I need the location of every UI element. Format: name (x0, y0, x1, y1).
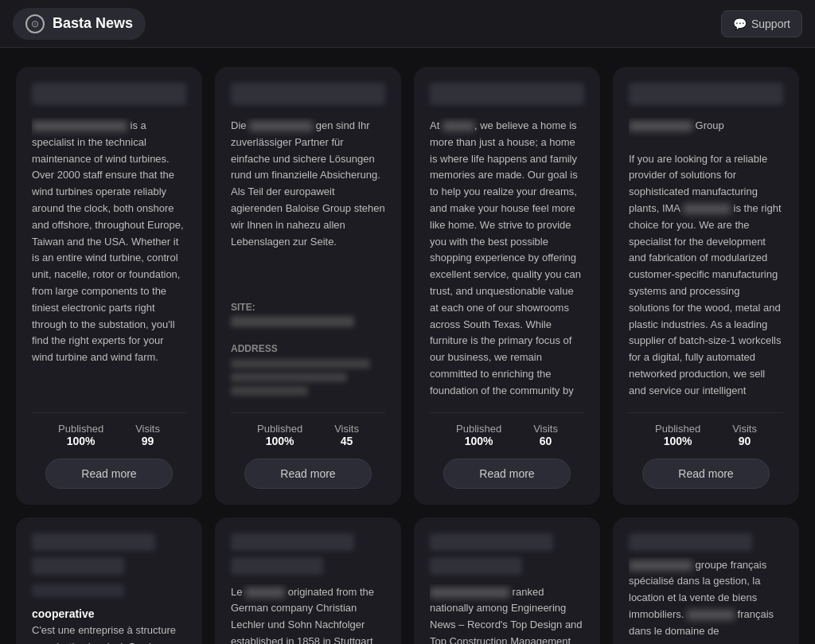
support-label: Support (751, 18, 790, 30)
card-2-address-label: ADDRESS (231, 343, 385, 354)
card-6-title-blur-2 (231, 557, 323, 575)
card-3-body: At , we believe a home is more than just… (430, 118, 584, 400)
card-1-published: Published 100% (58, 423, 103, 447)
card-8-body: groupe français spécialisé dans la gesti… (629, 557, 783, 644)
app-header: ⊙ Basta News 💬 Support (0, 0, 815, 48)
card-4-read-more[interactable]: Read more (642, 459, 770, 489)
card-3-stats: Published 100% Visits 60 (430, 412, 584, 447)
card-4-title-blur (629, 83, 783, 105)
card-2-address: ADDRESS (231, 343, 385, 400)
card-2-site-label: SITE: (231, 302, 385, 313)
card-4-visits: Visits 90 (732, 423, 757, 447)
app-title: Basta News (53, 15, 133, 32)
card-2-address-line3 (231, 386, 308, 396)
card-6: Le originated from the German company Ch… (215, 517, 401, 644)
card-4-stats: Published 100% Visits 90 (629, 412, 783, 447)
card-2-address-line1 (231, 359, 370, 369)
card-3-visits: Visits 60 (533, 423, 558, 447)
card-3-title-blur (430, 83, 584, 105)
card-2-title-blur (231, 83, 385, 105)
card-1-visits: Visits 99 (135, 423, 160, 447)
main-content: is a specialist in the technical mainten… (0, 48, 815, 644)
card-7: ranked nationally among Engineering News… (414, 517, 600, 644)
card-3-read-more[interactable]: Read more (443, 459, 571, 489)
card-1-title-blur (32, 83, 186, 105)
top-cards-grid: is a specialist in the technical mainten… (16, 67, 799, 505)
card-5-subtitle-blur (32, 584, 124, 597)
card-2-site: SITE: (231, 302, 385, 335)
card-1-body: is a specialist in the technical mainten… (32, 118, 186, 400)
card-3-published: Published 100% (456, 423, 501, 447)
card-7-body: ranked nationally among Engineering News… (430, 584, 584, 644)
logo-area: ⊙ Basta News (13, 8, 146, 40)
card-4-published: Published 100% (655, 423, 700, 447)
card-5-title-blur-1 (32, 533, 155, 551)
card-1: is a specialist in the technical mainten… (16, 67, 202, 505)
card-1-stats: Published 100% Visits 99 (32, 412, 186, 447)
card-7-title-blur-1 (430, 533, 553, 551)
card-2-stats: Published 100% Visits 45 (231, 412, 385, 447)
card-2-site-value (231, 316, 354, 327)
card-5: cooperative C'est une entreprise à struc… (16, 517, 202, 644)
card-5-body: cooperative C'est une entreprise à struc… (32, 605, 186, 644)
support-icon: 💬 (733, 18, 747, 30)
card-2-published: Published 100% (257, 423, 302, 447)
card-7-title-blur-2 (430, 557, 522, 575)
logo-icon: ⊙ (25, 14, 45, 33)
card-3: At , we believe a home is more than just… (414, 67, 600, 505)
card-2: Die gen sind Ihr zuverlässiger Partner f… (215, 67, 401, 505)
card-4: Group If you are looking for a reliable … (613, 67, 799, 505)
card-2-address-line2 (231, 373, 347, 382)
card-8: groupe français spécialisé dans la gesti… (613, 517, 799, 644)
card-2-read-more[interactable]: Read more (244, 459, 372, 489)
card-4-body: Group If you are looking for a reliable … (629, 118, 783, 400)
card-6-body: Le originated from the German company Ch… (231, 584, 385, 644)
card-5-cooperative: cooperative (32, 607, 95, 620)
card-8-title-blur-1 (629, 533, 752, 551)
support-button[interactable]: 💬 Support (721, 10, 802, 37)
card-6-title-blur-1 (231, 533, 354, 551)
card-1-read-more[interactable]: Read more (45, 459, 173, 489)
card-5-title-blur-2 (32, 557, 124, 575)
bottom-cards-grid: cooperative C'est une entreprise à struc… (16, 517, 799, 644)
card-2-visits: Visits 45 (334, 423, 359, 447)
card-2-body: Die gen sind Ihr zuverlässiger Partner f… (231, 118, 385, 294)
